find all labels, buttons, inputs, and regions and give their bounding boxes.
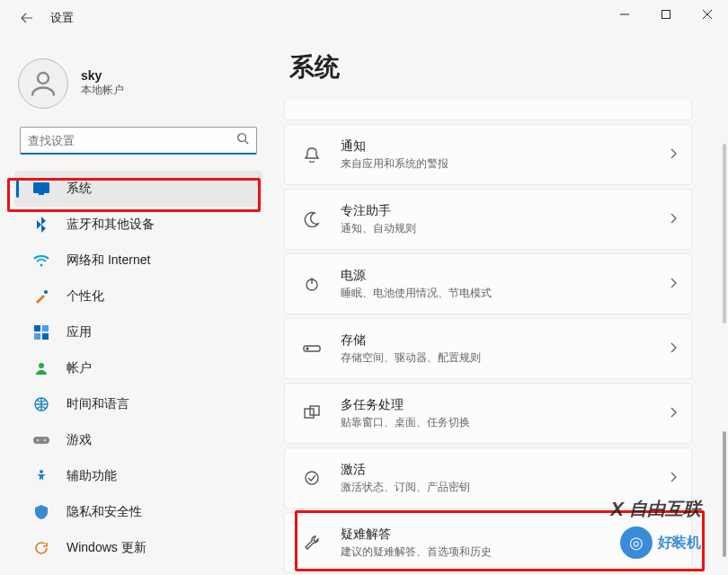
minimize-button[interactable] [604,0,645,29]
back-arrow-icon [20,11,34,25]
search-field[interactable] [28,134,236,147]
sidebar-item-label: Windows 更新 [67,540,146,556]
card-text: 疑难解答 建议的疑难解答、首选项和历史 [341,526,492,560]
card-subtitle: 建议的疑难解答、首选项和历史 [341,544,492,560]
chevron-right-icon [670,470,677,486]
sidebar-item-system[interactable]: 系统 [14,171,262,207]
titlebar: 设置 [0,0,728,36]
sidebar-item-privacy[interactable]: 隐私和安全性 [14,494,262,530]
back-button[interactable] [14,5,40,31]
minimize-icon [620,10,629,19]
sidebar-item-apps[interactable]: 应用 [14,314,262,350]
sidebar-item-label: 系统 [67,181,92,197]
svg-rect-8 [39,193,44,195]
svg-rect-13 [34,333,40,340]
sidebar-item-windows-update[interactable]: Windows 更新 [14,530,262,566]
card-title: 激活 [341,462,470,478]
sidebar-item-accessibility[interactable]: 辅助功能 [14,458,262,494]
card-text: 专注助手 通知、自动规则 [341,203,416,236]
svg-point-10 [44,290,48,294]
window-controls [604,0,728,29]
gamepad-icon [31,435,52,446]
window-title: 设置 [50,10,74,26]
svg-rect-11 [34,325,40,332]
svg-rect-14 [42,333,49,340]
svg-point-27 [306,472,318,484]
card-multitasking[interactable]: 多任务处理 贴靠窗口、桌面、任务切换 [284,383,692,444]
avatar [18,58,68,109]
sidebar-item-label: 应用 [67,324,92,341]
card-title: 通知 [341,138,448,155]
person-icon [31,361,52,376]
paint-icon [31,289,52,304]
apps-icon [31,325,52,340]
update-icon [31,541,52,555]
multitask-icon [301,405,323,421]
chevron-right-icon [670,341,677,357]
wifi-icon [31,254,52,267]
storage-icon [301,343,323,354]
sidebar-item-label: 网络和 Internet [67,252,150,269]
card-subtitle: 来自应用和系统的警报 [341,156,448,172]
maximize-icon [661,10,670,19]
account-block[interactable]: sky 本地帐户 [7,58,270,109]
svg-rect-1 [662,11,670,19]
card-placeholder [284,101,692,120]
accessibility-icon [31,469,52,483]
svg-rect-17 [33,437,49,444]
svg-rect-12 [42,325,49,332]
person-icon [27,67,59,100]
globe-clock-icon [31,397,52,411]
svg-point-5 [238,134,246,142]
window-body: sky 本地帐户 系统 [0,36,728,575]
card-title: 电源 [341,268,492,284]
maximize-button[interactable] [645,0,687,29]
search-input[interactable] [20,127,257,155]
close-icon [703,10,712,19]
card-subtitle: 通知、自动规则 [341,221,416,236]
scrollbar-track[interactable] [723,144,726,323]
main-content: 系统 通知 来自应用和系统的警报 [270,36,728,575]
card-title: 疑难解答 [341,526,492,543]
sidebar: sky 本地帐户 系统 [0,36,270,575]
svg-rect-25 [305,409,314,418]
sidebar-item-accounts[interactable]: 帐户 [14,350,262,386]
card-title: 存储 [341,332,481,349]
sidebar-item-bluetooth[interactable]: 蓝牙和其他设备 [14,207,262,243]
bell-icon [301,146,323,163]
scrollbar-thumb[interactable] [723,431,726,557]
wrench-icon [301,535,323,551]
settings-window: 设置 sky 本地帐户 [0,0,728,575]
sidebar-item-label: 个性化 [67,288,104,305]
sidebar-item-label: 游戏 [67,432,92,448]
card-subtitle: 存储空间、驱动器、配置规则 [341,350,481,366]
card-activation[interactable]: 激活 激活状态、订阅、产品密钥 [284,447,692,509]
card-power[interactable]: 电源 睡眠、电池使用情况、节电模式 [284,253,692,314]
sidebar-item-time-language[interactable]: 时间和语言 [14,386,262,422]
card-subtitle: 睡眠、电池使用情况、节电模式 [341,286,492,301]
card-storage[interactable]: 存储 存储空间、驱动器、配置规则 [284,318,692,379]
shield-icon [31,505,52,519]
sidebar-item-gaming[interactable]: 游戏 [14,422,262,458]
card-text: 存储 存储空间、驱动器、配置规则 [341,332,481,366]
sidebar-item-network[interactable]: 网络和 Internet [14,243,262,279]
card-focus-assist[interactable]: 专注助手 通知、自动规则 [284,189,692,250]
svg-point-9 [40,264,43,267]
sidebar-item-label: 辅助功能 [67,468,117,484]
card-title: 多任务处理 [341,397,470,413]
svg-line-6 [245,141,249,145]
svg-point-18 [37,439,39,441]
svg-point-15 [39,363,44,368]
sidebar-item-label: 帐户 [67,360,92,376]
chevron-right-icon [670,405,677,421]
display-icon [31,182,52,195]
card-notifications[interactable]: 通知 来自应用和系统的警报 [284,124,692,185]
card-title: 专注助手 [341,203,416,219]
close-button[interactable] [687,0,728,29]
sidebar-item-personalization[interactable]: 个性化 [14,279,262,314]
svg-point-24 [306,348,308,349]
svg-point-19 [44,439,46,441]
bluetooth-icon [31,217,52,233]
card-troubleshoot[interactable]: 疑难解答 建议的疑难解答、首选项和历史 [284,512,692,573]
page-title: 系统 [289,50,706,84]
